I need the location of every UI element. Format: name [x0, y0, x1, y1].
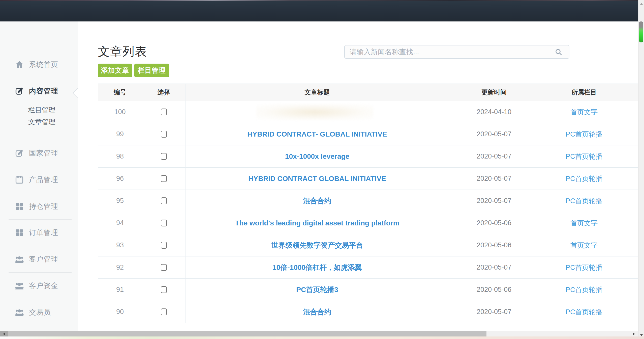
- category-link[interactable]: PC首页轮播: [566, 196, 602, 205]
- row-checkbox[interactable]: [161, 109, 167, 115]
- row-checkbox[interactable]: [161, 197, 167, 204]
- column-header-4: 更新时间: [449, 84, 539, 101]
- table-row: 90混合合约2020-05-07PC首页轮播: [98, 301, 638, 323]
- article-title-link[interactable]: 世界级领先数字资产交易平台: [271, 241, 363, 250]
- sidebar-item-label: 订单管理: [29, 228, 58, 238]
- sidebar-subitem-1[interactable]: 栏目管理: [28, 106, 55, 115]
- sidebar-item-5[interactable]: 持仓管理: [0, 198, 78, 215]
- article-title-cell: 混合合约: [186, 190, 449, 212]
- category-link[interactable]: PC首页轮播: [566, 307, 602, 317]
- article-title-link[interactable]: HYBRID CONTRACT GLOBAL INITIATIVE: [248, 175, 386, 183]
- category-link[interactable]: PC首页轮播: [566, 152, 602, 161]
- sidebar-item-label: 客户管理: [29, 254, 58, 264]
- row-checkbox[interactable]: [161, 242, 167, 249]
- update-date: 2020-05-07: [477, 264, 511, 271]
- table-row: 96HYBRID CONTRACT GLOBAL INITIATIVE2020-…: [98, 168, 638, 190]
- row-checkbox[interactable]: [161, 220, 167, 226]
- down-arrow-icon: [640, 334, 643, 336]
- row-checkbox[interactable]: [161, 153, 167, 160]
- search-box: [344, 45, 569, 59]
- scroll-up-button[interactable]: [638, 2, 644, 7]
- article-id-cell: 96: [98, 168, 142, 190]
- category-link[interactable]: PC首页轮播: [566, 263, 602, 272]
- category-link[interactable]: PC首页轮播: [566, 285, 602, 294]
- article-id-cell: 91: [98, 279, 142, 301]
- update-date: 2020-05-07: [477, 130, 511, 138]
- sidebar-item-2[interactable]: 内容管理: [0, 83, 78, 99]
- article-id: 98: [116, 152, 124, 160]
- scroll-left-button[interactable]: [0, 331, 8, 337]
- search-input[interactable]: [349, 45, 549, 58]
- category-cell: PC首页轮播: [539, 145, 629, 168]
- select-cell: [142, 301, 186, 323]
- article-title-link[interactable]: PC首页轮播3: [296, 285, 338, 295]
- grid-icon: [15, 202, 24, 211]
- sidebar-item-8[interactable]: 客户资金: [0, 277, 78, 294]
- column-header-3: 文章标题: [186, 84, 449, 101]
- horizontal-scroll-thumb[interactable]: [8, 331, 486, 337]
- article-title-link[interactable]: 混合合约: [303, 196, 331, 206]
- select-cell: [142, 212, 186, 234]
- sidebar-item-4[interactable]: 产品管理: [0, 171, 78, 188]
- article-title-cell: 世界级领先数字资产交易平台: [186, 234, 449, 256]
- top-navbar: [0, 1, 638, 22]
- sidebar-item-9[interactable]: 交易员: [0, 304, 78, 321]
- category-link[interactable]: 首页文字: [570, 108, 598, 117]
- update-date: 2020-05-07: [477, 152, 511, 160]
- table-row: 1002024-04-10首页文字: [98, 101, 638, 123]
- update-date-cell: 2020-05-07: [449, 123, 539, 145]
- article-id-cell: 99: [98, 123, 142, 145]
- article-title-cell: [186, 101, 449, 123]
- overflow-cell: [629, 145, 638, 168]
- column-manage-button[interactable]: 栏目管理: [134, 64, 169, 77]
- article-title-link[interactable]: The world's leading digital asset tradin…: [235, 219, 399, 227]
- sidebar-item-3[interactable]: 国家管理: [0, 145, 78, 162]
- sidebar-item-6[interactable]: 订单管理: [0, 224, 78, 241]
- article-title-link[interactable]: 10x-1000x leverage: [285, 152, 349, 161]
- category-cell: PC首页轮播: [539, 279, 629, 301]
- horizontal-scrollbar[interactable]: [0, 331, 638, 337]
- row-checkbox[interactable]: [161, 175, 167, 182]
- update-date: 2024-04-10: [477, 108, 511, 116]
- article-title-link[interactable]: HYBRID CONTRACT- GLOBAL INITIATIVE: [247, 130, 387, 138]
- sidebar-item-label: 国家管理: [29, 148, 58, 158]
- article-id-cell: 94: [98, 212, 142, 234]
- row-checkbox[interactable]: [161, 264, 167, 271]
- article-title-link[interactable]: 10倍-1000倍杠杆，如虎添翼: [272, 263, 362, 272]
- overflow-cell: [629, 279, 638, 301]
- category-link[interactable]: PC首页轮播: [566, 174, 602, 183]
- grid-icon: [15, 228, 24, 238]
- update-date: 2020-05-06: [477, 219, 511, 227]
- sidebar-item-7[interactable]: 客户管理: [0, 251, 78, 268]
- select-cell: [142, 123, 186, 145]
- scroll-right-button[interactable]: [630, 331, 638, 337]
- users-icon: [15, 307, 24, 317]
- table-row: 94The world's leading digital asset trad…: [98, 212, 638, 234]
- row-checkbox[interactable]: [161, 286, 167, 293]
- article-id-cell: 100: [98, 101, 142, 123]
- table-row: 91PC首页轮播32020-05-06PC首页轮播: [98, 279, 638, 301]
- category-link[interactable]: PC首页轮播: [566, 130, 602, 139]
- update-date: 2020-05-06: [477, 241, 511, 249]
- category-cell: PC首页轮播: [539, 190, 629, 212]
- vertical-scrollbar[interactable]: [638, 0, 644, 339]
- category-link[interactable]: 首页文字: [570, 241, 598, 250]
- search-icon[interactable]: [555, 48, 563, 56]
- faded-article-image: [256, 104, 373, 120]
- sidebar-subitem-2[interactable]: 文章管理: [28, 117, 55, 126]
- category-link[interactable]: 首页文字: [570, 219, 598, 228]
- edit-icon: [15, 86, 24, 96]
- article-id: 96: [116, 175, 124, 182]
- vertical-scroll-thumb[interactable]: [639, 21, 643, 42]
- right-arrow-icon: [633, 332, 635, 336]
- page-title: 文章列表: [98, 44, 147, 60]
- desktop-edge-strip: [0, 336, 644, 339]
- sidebar-divider: [9, 299, 72, 299]
- home-icon: [15, 60, 24, 69]
- add-article-button[interactable]: 添加文章: [98, 64, 132, 77]
- sidebar-item-1[interactable]: 系统首页: [0, 56, 78, 73]
- row-checkbox[interactable]: [161, 131, 167, 138]
- row-checkbox[interactable]: [161, 308, 167, 315]
- article-title-link[interactable]: 混合合约: [303, 307, 331, 317]
- select-cell: [142, 256, 186, 279]
